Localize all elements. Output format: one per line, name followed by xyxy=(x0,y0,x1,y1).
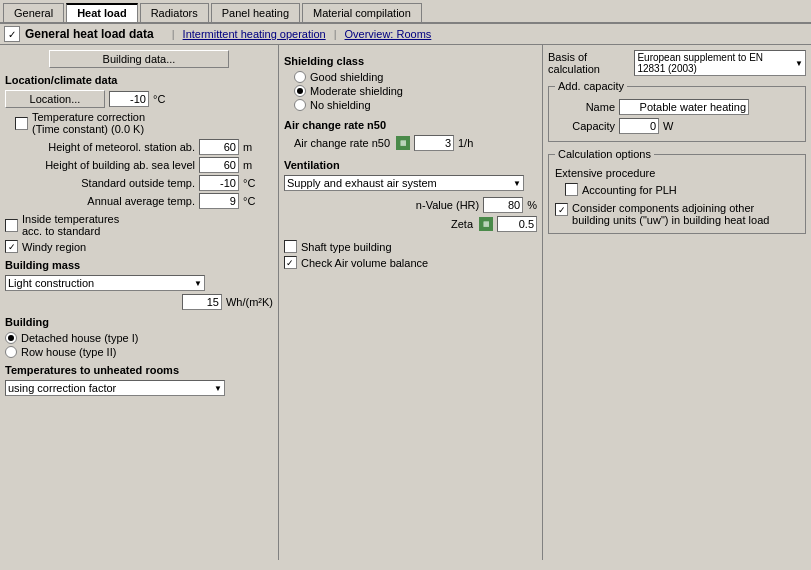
calc-options-title: Calculation options xyxy=(555,148,654,160)
main-content: Building data... Location/climate data L… xyxy=(0,45,811,560)
annual-avg-row: Annual average temp. °C xyxy=(5,193,273,209)
windy-region-label: Windy region xyxy=(22,241,86,253)
std-outside-input[interactable] xyxy=(199,175,239,191)
subtab-check[interactable]: ✓ xyxy=(4,26,20,42)
detached-radio[interactable] xyxy=(5,332,17,344)
zeta-label: Zeta xyxy=(451,218,473,230)
temp-correction-checkbox[interactable] xyxy=(15,117,28,130)
zeta-row: Zeta ▦ xyxy=(284,216,537,232)
windy-region-checkbox[interactable] xyxy=(5,240,18,253)
shielding-moderate-radio[interactable] xyxy=(294,85,306,97)
detached-row: Detached house (type I) xyxy=(5,332,273,344)
location-row: Location... °C xyxy=(5,90,273,108)
consider-checkbox[interactable] xyxy=(555,203,568,216)
subtab-link-overview[interactable]: Overview: Rooms xyxy=(345,28,432,40)
height-building-input[interactable] xyxy=(199,157,239,173)
section-building-title: Building xyxy=(5,316,273,328)
consider-row: Consider components adjoining other buil… xyxy=(555,202,799,226)
height-building-row: Height of building ab. sea level m xyxy=(5,157,273,173)
capacity-input[interactable] xyxy=(619,118,659,134)
tab-general[interactable]: General xyxy=(3,3,64,22)
check-air-label: Check Air volume balance xyxy=(301,257,428,269)
shielding-moderate-row: Moderate shielding xyxy=(294,85,537,97)
section-location-title: Location/climate data xyxy=(5,74,273,86)
row-house-row: Row house (type II) xyxy=(5,346,273,358)
calc-icon-2: ▦ xyxy=(479,217,493,231)
inside-temp-label: Inside temperatures acc. to standard xyxy=(22,213,119,237)
building-mass-row: Light construction ▼ xyxy=(5,275,273,291)
tab-radiators[interactable]: Radiators xyxy=(140,3,209,22)
section-air-change-title: Air change rate n50 xyxy=(284,119,537,131)
consider-label: Consider components adjoining other buil… xyxy=(572,202,769,226)
n-value-input[interactable] xyxy=(483,197,523,213)
height-meteo-row: Height of meteorol. station ab. m xyxy=(5,139,273,155)
building-mass-dropdown[interactable]: Light construction ▼ xyxy=(5,275,205,291)
shielding-good-label: Good shielding xyxy=(310,71,383,83)
n-value-unit: % xyxy=(527,199,537,211)
name-row: Name xyxy=(555,99,799,115)
air-change-unit: 1/h xyxy=(458,137,473,149)
temperatures-dropdown[interactable]: using correction factor ▼ xyxy=(5,380,225,396)
tab-material-compilation[interactable]: Material compilation xyxy=(302,3,422,22)
name-input[interactable] xyxy=(619,99,749,115)
name-label: Name xyxy=(555,101,615,113)
std-outside-label: Standard outside temp. xyxy=(5,177,195,189)
air-change-input[interactable] xyxy=(414,135,454,151)
temp-input[interactable] xyxy=(109,91,149,107)
ventilation-dropdown[interactable]: Supply and exhaust air system ▼ xyxy=(284,175,524,191)
basis-dropdown[interactable]: European supplement to EN 12831 (2003) ▼ xyxy=(634,50,806,76)
annual-avg-label: Annual average temp. xyxy=(5,195,195,207)
std-outside-row: Standard outside temp. °C xyxy=(5,175,273,191)
location-button[interactable]: Location... xyxy=(5,90,105,108)
tab-panel-heating[interactable]: Panel heating xyxy=(211,3,300,22)
subtab-bar: ✓ General heat load data | Intermittent … xyxy=(0,24,811,45)
section-temperatures-title: Temperatures to unheated rooms xyxy=(5,364,273,376)
chevron-down-icon-3: ▼ xyxy=(509,179,521,188)
shielding-good-radio[interactable] xyxy=(294,71,306,83)
section-shielding-title: Shielding class xyxy=(284,55,537,67)
middle-panel: Shielding class Good shielding Moderate … xyxy=(279,45,543,560)
height-building-label: Height of building ab. sea level xyxy=(5,159,195,171)
wh-row: Wh/(m²K) xyxy=(5,294,273,310)
building-data-button[interactable]: Building data... xyxy=(49,50,229,68)
row-house-radio[interactable] xyxy=(5,346,17,358)
accounting-plh-checkbox[interactable] xyxy=(565,183,578,196)
section-building-mass-title: Building mass xyxy=(5,259,273,271)
subtab-divider-1: | xyxy=(172,28,175,40)
shaft-type-label: Shaft type building xyxy=(301,241,392,253)
shielding-none-radio[interactable] xyxy=(294,99,306,111)
top-row: Building data... xyxy=(5,50,273,68)
inside-temp-checkbox[interactable] xyxy=(5,219,18,232)
wh-unit: Wh/(m²K) xyxy=(226,296,273,308)
check-air-row: Check Air volume balance xyxy=(284,256,537,269)
calc-options-group: Calculation options Extensive procedure … xyxy=(548,154,806,234)
height-meteo-unit: m xyxy=(243,141,273,153)
tab-bar: General Heat load Radiators Panel heatin… xyxy=(0,0,811,24)
right-panel: Basis of calculation European supplement… xyxy=(543,45,811,560)
temperatures-row: using correction factor ▼ xyxy=(5,380,273,396)
section-ventilation-title: Ventilation xyxy=(284,159,537,171)
wh-input[interactable] xyxy=(182,294,222,310)
annual-avg-input[interactable] xyxy=(199,193,239,209)
air-change-row: Air change rate n50 ▦ 1/h xyxy=(294,135,537,151)
height-meteo-label: Height of meteorol. station ab. xyxy=(5,141,195,153)
subtab-divider-2: | xyxy=(334,28,337,40)
air-change-label: Air change rate n50 xyxy=(294,137,390,149)
temp-correction-row: Temperature correction (Time constant) (… xyxy=(15,111,273,135)
chevron-down-icon-4: ▼ xyxy=(791,59,803,68)
zeta-input[interactable] xyxy=(497,216,537,232)
accounting-plh-row: Accounting for PLH xyxy=(565,183,799,196)
height-meteo-input[interactable] xyxy=(199,139,239,155)
subtab-link-intermittent[interactable]: Intermittent heating operation xyxy=(183,28,326,40)
n-value-label: n-Value (HR) xyxy=(416,199,479,211)
std-outside-unit: °C xyxy=(243,177,273,189)
shaft-type-checkbox[interactable] xyxy=(284,240,297,253)
calc-icon: ▦ xyxy=(396,136,410,150)
annual-avg-unit: °C xyxy=(243,195,273,207)
tab-heat-load[interactable]: Heat load xyxy=(66,3,138,22)
check-air-checkbox[interactable] xyxy=(284,256,297,269)
add-capacity-group: Add. capacity Name Capacity W xyxy=(548,86,806,142)
detached-label: Detached house (type I) xyxy=(21,332,138,344)
add-capacity-title: Add. capacity xyxy=(555,80,627,92)
temp-correction-label: Temperature correction (Time constant) (… xyxy=(32,111,145,135)
